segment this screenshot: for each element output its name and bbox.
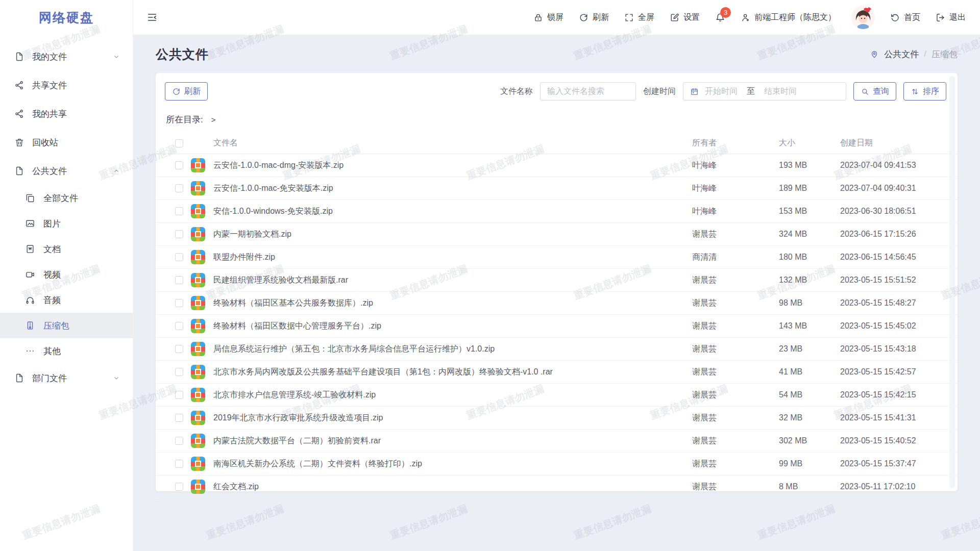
- row-checkbox[interactable]: [175, 322, 183, 330]
- row-checkbox[interactable]: [175, 299, 183, 307]
- table-row[interactable]: 北京市水务局内网改版及公共服务基础平台建设项目（第1包：内网改版）终验验文档-v…: [156, 361, 958, 384]
- sidebar-subitem[interactable]: 文档: [0, 236, 133, 262]
- select-all-checkbox[interactable]: [175, 139, 183, 147]
- query-button[interactable]: 查询: [853, 82, 896, 101]
- sidebar-item[interactable]: 公共文件: [0, 157, 133, 185]
- sidebar-item[interactable]: 回收站: [0, 128, 133, 157]
- table-row[interactable]: 联盟办件附件.zip商清清180 MB2023-06-15 14:56:45: [156, 246, 958, 269]
- copy-icon: [25, 193, 35, 203]
- row-checkbox[interactable]: [175, 437, 183, 445]
- date-range-picker[interactable]: 开始时间 至 结束时间: [683, 82, 846, 101]
- row-checkbox[interactable]: [175, 460, 183, 468]
- sidebar-subitem-label: 图片: [43, 218, 61, 230]
- sidebar-subitem[interactable]: 压缩包: [0, 313, 133, 338]
- row-checkbox[interactable]: [175, 391, 183, 399]
- file-name[interactable]: 局信息系统运行维护（第五包：北京市水务局综合信息平台运行维护）v1.0.zip: [213, 344, 692, 355]
- row-checkbox[interactable]: [175, 230, 183, 238]
- table-row[interactable]: 局信息系统运行维护（第五包：北京市水务局综合信息平台运行维护）v1.0.zip谢…: [156, 338, 958, 361]
- file-name[interactable]: 内蒙一期初验文档.zip: [213, 229, 692, 240]
- zip-file-icon: [191, 273, 205, 287]
- refresh-button[interactable]: 刷新: [579, 12, 609, 23]
- table-row[interactable]: 2019年北京市水行政审批系统升级改造项目.zip谢晨芸32 MB2023-05…: [156, 407, 958, 430]
- chevron-down-icon: [112, 374, 120, 382]
- zip-file-icon: [191, 388, 205, 402]
- file-owner: 谢晨芸: [692, 390, 779, 400]
- row-checkbox[interactable]: [175, 414, 183, 422]
- breadcrumb-parent[interactable]: 公共文件: [884, 48, 919, 60]
- sidebar-item[interactable]: 部门文件: [0, 364, 133, 392]
- file-size: 193 MB: [779, 161, 840, 170]
- file-size: 8 MB: [779, 482, 840, 491]
- sidebar-subitem[interactable]: 视频: [0, 262, 133, 287]
- row-checkbox[interactable]: [175, 207, 183, 215]
- row-checkbox[interactable]: [175, 161, 183, 169]
- file-size: 132 MB: [779, 276, 840, 285]
- file-owner: 谢晨芸: [692, 275, 779, 286]
- file-name[interactable]: 北京市排水户信息管理系统-竣工验收材料.zip: [213, 390, 692, 400]
- file-name[interactable]: 安信-1.0.0-windows-免安装版.zip: [213, 206, 692, 217]
- file-table: 文件名 所有者 大小 创建日期 云安信-1.0.0-mac-dmg-安装版本.z…: [156, 133, 958, 498]
- sort-button[interactable]: 排序: [903, 82, 946, 101]
- user-menu[interactable]: 前端工程师（陈思文）: [741, 12, 836, 23]
- notifications-button[interactable]: 3: [715, 12, 725, 22]
- file-owner: 谢晨芸: [692, 321, 779, 332]
- sidebar-item[interactable]: 我的文件: [0, 42, 133, 71]
- start-time-placeholder: 开始时间: [705, 86, 738, 97]
- file-date: 2023-06-15 14:56:45: [840, 253, 942, 262]
- sidebar-subitem[interactable]: 图片: [0, 211, 133, 236]
- sidebar-subitem[interactable]: 全部文件: [0, 185, 133, 211]
- lock-screen-button[interactable]: 锁屏: [533, 12, 564, 23]
- row-checkbox[interactable]: [175, 368, 183, 376]
- scrollbar[interactable]: [949, 76, 955, 488]
- file-name[interactable]: 2019年北京市水行政审批系统升级改造项目.zip: [213, 413, 692, 423]
- file-owner: 叶海峰: [692, 183, 779, 194]
- fullscreen-icon: [624, 13, 634, 22]
- home-button[interactable]: 首页: [890, 12, 920, 23]
- sidebar-subitem-label: 音频: [43, 294, 61, 306]
- sidebar-subitem-label: 压缩包: [43, 320, 69, 332]
- file-name[interactable]: 红会文档.zip: [213, 482, 692, 492]
- file-size: 302 MB: [779, 436, 840, 445]
- table-row[interactable]: 云安信-1.0.0-mac-免安装版本.zip叶海峰189 MB2023-07-…: [156, 177, 958, 200]
- zip-file-icon: [191, 411, 205, 425]
- file-date: 2023-05-15 15:41:31: [840, 413, 942, 422]
- file-name-label: 文件名称: [500, 86, 533, 97]
- row-checkbox[interactable]: [175, 276, 183, 284]
- row-checkbox[interactable]: [175, 483, 183, 491]
- row-checkbox[interactable]: [175, 184, 183, 192]
- table-row[interactable]: 终验材料（福田区基本公共服务数据库）.zip谢晨芸98 MB2023-05-15…: [156, 292, 958, 315]
- row-checkbox[interactable]: [175, 253, 183, 261]
- table-row[interactable]: 终验材料（福田区数据中心管理服务平台）.zip谢晨芸143 MB2023-05-…: [156, 315, 958, 338]
- sidebar-item[interactable]: 共享文件: [0, 71, 133, 99]
- sidebar-subitem[interactable]: 其他: [0, 338, 133, 364]
- row-checkbox[interactable]: [175, 345, 183, 353]
- settings-button[interactable]: 设置: [670, 12, 700, 23]
- fullscreen-button[interactable]: 全屏: [624, 12, 654, 23]
- table-row[interactable]: 内蒙古法院大数据平台（二期）初验前资料.rar谢晨芸302 MB2023-05-…: [156, 430, 958, 453]
- file-name[interactable]: 云安信-1.0.0-mac-dmg-安装版本.zip: [213, 160, 692, 171]
- avatar[interactable]: [851, 6, 875, 29]
- sidebar-subitem[interactable]: 音频: [0, 287, 133, 313]
- table-row[interactable]: 安信-1.0.0-windows-免安装版.zip叶海峰153 MB2023-0…: [156, 200, 958, 223]
- table-row[interactable]: 北京市排水户信息管理系统-竣工验收材料.zip谢晨芸54 MB2023-05-1…: [156, 384, 958, 407]
- file-name[interactable]: 终验材料（福田区数据中心管理服务平台）.zip: [213, 321, 692, 332]
- table-row[interactable]: 红会文档.zip谢晨芸8 MB2023-05-11 17:02:10: [156, 475, 958, 498]
- file-owner: 叶海峰: [692, 160, 779, 171]
- table-row[interactable]: 云安信-1.0.0-mac-dmg-安装版本.zip叶海峰193 MB2023-…: [156, 154, 958, 177]
- file-name[interactable]: 民建组织管理系统验收文档最新版.rar: [213, 275, 692, 286]
- table-row[interactable]: 南海区机关新办公系统（二期）文件资料（终验打印）.zip谢晨芸99 MB2023…: [156, 453, 958, 475]
- refresh-list-button[interactable]: 刷新: [165, 82, 208, 101]
- file-name[interactable]: 终验材料（福田区基本公共服务数据库）.zip: [213, 298, 692, 309]
- file-name-input[interactable]: [540, 82, 636, 101]
- sidebar-item[interactable]: 我的共享: [0, 99, 133, 128]
- file-name[interactable]: 北京市水务局内网改版及公共服务基础平台建设项目（第1包：内网改版）终验验文档-v…: [213, 367, 692, 378]
- collapse-sidebar-icon[interactable]: [146, 12, 158, 23]
- zip-file-icon: [191, 158, 205, 172]
- table-row[interactable]: 内蒙一期初验文档.zip谢晨芸324 MB2023-06-15 17:15:26: [156, 223, 958, 246]
- file-name[interactable]: 云安信-1.0.0-mac-免安装版本.zip: [213, 183, 692, 194]
- logout-button[interactable]: 退出: [936, 12, 966, 23]
- table-row[interactable]: 民建组织管理系统验收文档最新版.rar谢晨芸132 MB2023-05-15 1…: [156, 269, 958, 292]
- file-name[interactable]: 联盟办件附件.zip: [213, 252, 692, 263]
- file-name[interactable]: 南海区机关新办公系统（二期）文件资料（终验打印）.zip: [213, 459, 692, 469]
- file-name[interactable]: 内蒙古法院大数据平台（二期）初验前资料.rar: [213, 436, 692, 446]
